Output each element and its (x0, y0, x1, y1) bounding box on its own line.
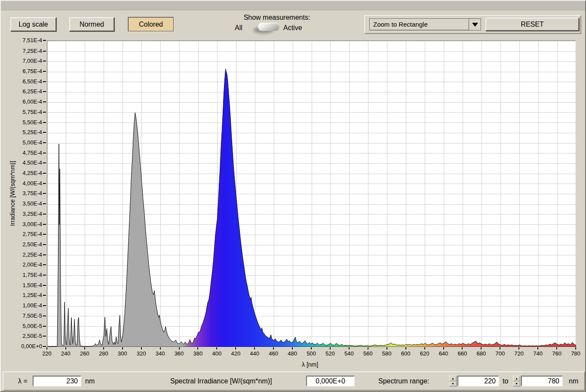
measurement-toggle[interactable] (257, 23, 280, 32)
y-tick-mark (43, 336, 46, 337)
x-tick-label: 420 (225, 350, 246, 357)
y-tick-mark (43, 203, 46, 204)
dropdown-arrow-button[interactable] (469, 19, 481, 30)
toolbar: Log scale Normed Colored Show measuremen… (1, 10, 585, 35)
x-tick-mark (254, 347, 255, 349)
y-tick-mark (43, 193, 46, 194)
x-tick-label: 360 (169, 350, 190, 357)
y-tick-mark (43, 40, 46, 41)
x-tick-label: 560 (357, 350, 379, 357)
x-tick-label: 500 (301, 350, 322, 357)
y-tick-label: 4,50E-4 (2, 159, 42, 166)
x-tick-mark (519, 347, 519, 349)
y-tick-label: 6,25E-4 (2, 88, 42, 95)
chevron-down-icon (472, 23, 478, 27)
range-max-spinner: ▲ ▼ (513, 376, 520, 386)
x-tick-label: 740 (527, 350, 549, 357)
triangle-down-icon: ▼ (515, 382, 518, 385)
x-tick-label: 660 (451, 350, 473, 357)
x-tick-mark (537, 347, 538, 349)
x-tick-label: 260 (74, 350, 95, 357)
range-max-input[interactable] (521, 376, 563, 386)
x-tick-label: 300 (112, 350, 133, 357)
range-max-up-button[interactable]: ▲ (513, 376, 520, 381)
lambda-label: λ = (18, 377, 28, 385)
normed-button[interactable]: Normed (69, 17, 114, 31)
x-tick-label: 700 (489, 350, 511, 357)
y-tick-mark (43, 122, 46, 123)
x-axis-title: λ [nm] (302, 361, 318, 368)
range-to-label: to (503, 377, 508, 385)
y-tick-mark (43, 51, 46, 52)
zoom-mode-dropdown[interactable]: Zoom to Rectangle (369, 18, 481, 31)
log-scale-button[interactable]: Log scale (10, 17, 56, 31)
y-tick-label: 5,50E-4 (2, 119, 42, 126)
x-tick-mark (368, 347, 368, 349)
y-tick-label: 2,25E-4 (2, 251, 42, 258)
x-tick-label: 720 (508, 350, 530, 357)
y-tick-label: 5,00E-5 (2, 323, 42, 329)
y-tick-label: 4,25E-4 (2, 170, 42, 176)
y-tick-label: 5,75E-4 (2, 109, 42, 115)
y-tick-label: 7,51E-4 (2, 37, 42, 43)
range-unit-label: nm (569, 377, 578, 385)
y-tick-label: 7,50E-5 (2, 312, 42, 319)
range-min-down-button[interactable]: ▼ (449, 381, 457, 387)
y-tick-label: 1,25E-4 (2, 292, 42, 298)
spectrum-range-label: Spectrum range: (378, 377, 429, 385)
colored-button[interactable]: Colored (128, 17, 174, 31)
y-tick-label: 7,00E-4 (2, 58, 42, 64)
y-tick-mark (43, 254, 46, 255)
y-tick-mark (43, 162, 46, 163)
app-window: Log scale Normed Colored Show measuremen… (0, 0, 586, 392)
plot-area[interactable] (47, 40, 576, 346)
x-tick-label: 580 (376, 350, 398, 357)
range-min-up-button[interactable]: ▲ (449, 376, 457, 381)
y-tick-mark (43, 101, 46, 102)
y-tick-mark (43, 285, 46, 286)
y-tick-mark (43, 173, 46, 174)
y-tick-mark (43, 305, 46, 306)
range-min-spinner: ▲ ▼ (449, 376, 457, 386)
toggle-knob-icon[interactable] (258, 23, 279, 31)
x-tick-mark (292, 347, 293, 349)
y-tick-mark (43, 224, 46, 225)
x-tick-mark (500, 347, 500, 349)
spectral-irradiance-label: Spectral Irradiance [W/(sqm*nm)] (170, 377, 272, 385)
x-tick-mark (122, 347, 123, 349)
x-tick-label: 760 (546, 350, 568, 357)
x-tick-mark (84, 347, 85, 349)
y-tick-mark (43, 214, 46, 214)
lambda-input[interactable] (33, 376, 81, 386)
range-max-down-button[interactable]: ▼ (513, 381, 520, 387)
y-tick-mark (43, 275, 46, 276)
x-tick-label: 240 (55, 350, 77, 357)
x-tick-label: 380 (187, 350, 209, 357)
x-tick-mark (273, 347, 274, 349)
triangle-down-icon: ▼ (451, 382, 454, 385)
x-tick-label: 280 (93, 350, 114, 357)
x-tick-label: 480 (282, 350, 303, 357)
triangle-up-icon: ▲ (515, 377, 518, 380)
y-tick-label: 6,00E-4 (2, 98, 42, 105)
range-min-input[interactable] (457, 376, 499, 386)
x-tick-mark (349, 347, 350, 349)
y-tick-mark (43, 244, 46, 245)
y-tick-label: 4,75E-4 (2, 150, 42, 156)
x-tick-mark (160, 347, 161, 349)
x-tick-mark (311, 347, 312, 349)
y-tick-label: 2,50E-4 (2, 241, 42, 248)
y-tick-mark (43, 153, 46, 153)
reset-button[interactable]: RESET (485, 18, 579, 31)
y-tick-mark (43, 295, 46, 296)
x-tick-label: 600 (395, 350, 417, 357)
y-tick-label: 4,00E-4 (2, 180, 42, 187)
x-tick-label: 640 (433, 350, 454, 357)
y-tick-label: 7,25E-4 (2, 48, 42, 54)
x-tick-label: 400 (206, 350, 227, 357)
spectral-irradiance-value: 0,000E+0 (306, 376, 355, 386)
x-tick-mark (179, 347, 180, 349)
y-tick-mark (43, 71, 46, 72)
bottom-panel: λ = nm Spectral Irradiance [W/(sqm*nm)] … (3, 371, 585, 391)
title-strip (1, 1, 585, 10)
